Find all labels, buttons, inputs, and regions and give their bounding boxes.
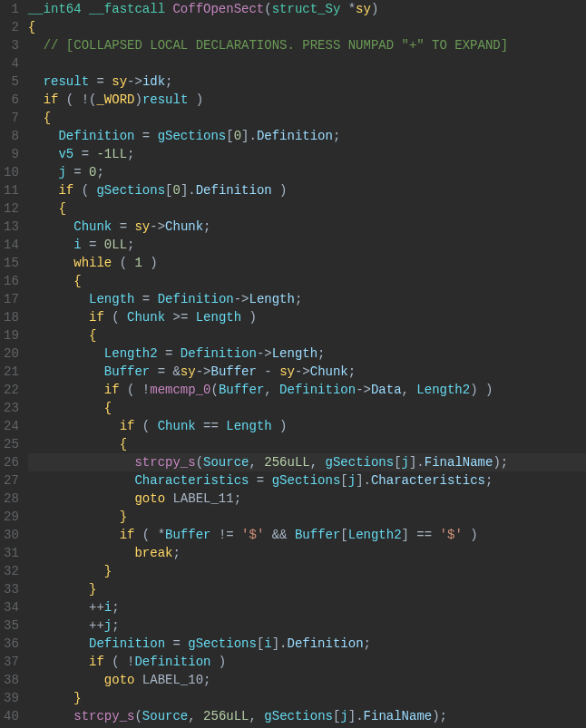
code-token: Definition — [196, 183, 272, 198]
code-line[interactable]: j = 0; — [28, 163, 586, 181]
code-line[interactable]: Definition = gSections[i].Definition; — [28, 635, 586, 653]
code-line[interactable]: i = 0LL; — [28, 236, 586, 254]
code-line[interactable]: Buffer = &sy->Buffer - sy->Chunk; — [28, 363, 586, 381]
code-line[interactable]: { — [28, 326, 586, 345]
code-token: -> — [234, 292, 249, 306]
code-line[interactable]: break; — [28, 544, 586, 562]
code-line[interactable]: { — [28, 18, 586, 36]
code-token: strcpy_s — [134, 455, 195, 470]
line-number: 15 — [4, 254, 19, 272]
code-line[interactable]: if ( gSections[0].Definition ) — [28, 181, 586, 199]
code-token: { — [44, 111, 51, 125]
code-token: Buffer — [104, 364, 150, 379]
code-line[interactable]: if ( !memcmp_0(Buffer, Definition->Data,… — [28, 381, 586, 399]
code-line[interactable]: strcpy_s(Source, 256uLL, gSections[j].Fi… — [28, 707, 586, 725]
code-token: ; — [172, 546, 180, 560]
code-token: Definition — [257, 129, 333, 143]
code-token: -> — [196, 364, 211, 379]
code-token: ( — [134, 419, 157, 433]
code-token: ) — [371, 2, 378, 16]
code-line[interactable]: Length2 = Definition->Length; — [28, 345, 586, 363]
code-token: = — [165, 636, 188, 651]
code-line[interactable]: if ( !Definition ) — [28, 653, 586, 671]
code-token: == — [196, 419, 227, 433]
code-line[interactable]: { — [28, 399, 586, 417]
code-line[interactable]: ++j; — [28, 616, 586, 635]
code-token: ; — [364, 636, 371, 651]
code-editor[interactable]: 1234567891011121314151617181920212223242… — [0, 0, 586, 728]
code-token: gSections — [158, 129, 227, 143]
code-token: Length — [89, 292, 134, 306]
code-token — [28, 310, 89, 325]
code-token: Buffer — [210, 364, 256, 379]
code-line[interactable]: // [COLLAPSED LOCAL DECLARATIONS. PRESS … — [28, 36, 586, 54]
code-line[interactable]: { — [28, 272, 586, 290]
code-line[interactable]: Length = Definition->Length; — [28, 290, 586, 308]
code-line[interactable]: { — [28, 199, 586, 218]
code-token: , — [310, 455, 326, 470]
code-token: 0 — [172, 183, 180, 198]
code-token: gSections — [264, 709, 333, 723]
code-token: ) — [272, 419, 288, 433]
line-number: 13 — [4, 218, 19, 236]
code-line[interactable]: result = sy->idk; — [28, 73, 586, 91]
code-token: ; — [112, 618, 119, 633]
code-token: ) — [272, 183, 288, 198]
code-content[interactable]: __int64 __fastcall CoffOpenSect(struct_S… — [26, 0, 586, 728]
code-token: j — [104, 618, 112, 633]
code-line[interactable]: { — [28, 435, 586, 453]
code-token: gSections — [96, 183, 165, 198]
code-token — [28, 636, 89, 651]
code-token: = — [73, 147, 96, 161]
code-line[interactable]: v5 = -1LL; — [28, 145, 586, 163]
code-token: j — [348, 473, 356, 488]
code-line[interactable]: if ( Chunk == Length ) — [28, 417, 586, 435]
code-token: -> — [257, 346, 272, 361]
code-token: Length2 — [348, 528, 402, 542]
code-token: struct_Sy — [272, 2, 348, 16]
code-line[interactable]: __int64 __fastcall CoffOpenSect(struct_S… — [28, 0, 586, 18]
code-line[interactable]: if ( Chunk >= Length ) — [28, 308, 586, 326]
code-line[interactable]: Chunk = sy->Chunk; — [28, 218, 586, 236]
code-token: if — [58, 183, 73, 198]
code-token: - — [257, 364, 279, 379]
code-line[interactable]: } — [28, 562, 586, 580]
code-token: -1LL — [96, 147, 127, 161]
code-line[interactable]: { — [28, 109, 586, 127]
code-token — [28, 691, 73, 705]
code-token: { — [120, 437, 127, 451]
code-token — [28, 491, 135, 506]
code-token — [28, 510, 120, 524]
code-token — [28, 219, 73, 234]
code-line[interactable]: } — [28, 508, 586, 526]
code-token: Source — [203, 455, 249, 470]
code-token — [28, 564, 104, 578]
code-token: sy — [356, 2, 371, 16]
code-line[interactable]: if ( !(_WORD)result ) — [28, 91, 586, 109]
code-token: j — [58, 165, 65, 180]
code-line[interactable]: ++i; — [28, 598, 586, 616]
line-number: 31 — [4, 544, 19, 562]
code-token: -> — [295, 364, 310, 379]
code-token — [28, 328, 89, 343]
code-token: // [COLLAPSED LOCAL DECLARATIONS. PRESS … — [44, 38, 508, 53]
code-line[interactable]: goto LABEL_10; — [28, 671, 586, 689]
code-line[interactable]: Definition = gSections[0].Definition; — [28, 127, 586, 145]
code-line[interactable] — [28, 54, 586, 73]
code-line[interactable]: while ( 1 ) — [28, 254, 586, 272]
code-token: Definition — [134, 655, 210, 669]
code-token: Length — [249, 292, 295, 306]
code-token: -> — [150, 219, 165, 234]
code-token: } — [104, 564, 112, 578]
code-token: ; — [333, 129, 340, 143]
code-token: Definition — [89, 636, 165, 651]
code-line[interactable]: Characteristics = gSections[j].Character… — [28, 471, 586, 490]
code-token: ) — [210, 655, 226, 669]
code-line[interactable]: } — [28, 580, 586, 598]
code-line[interactable]: } — [28, 689, 586, 707]
code-token: { — [73, 274, 81, 288]
code-line[interactable]: strcpy_s(Source, 256uLL, gSections[j].Fi… — [28, 453, 586, 471]
code-line[interactable]: goto LABEL_11; — [28, 490, 586, 508]
code-token — [28, 673, 104, 687]
code-line[interactable]: if ( *Buffer != '$' && Buffer[Length2] =… — [28, 526, 586, 544]
